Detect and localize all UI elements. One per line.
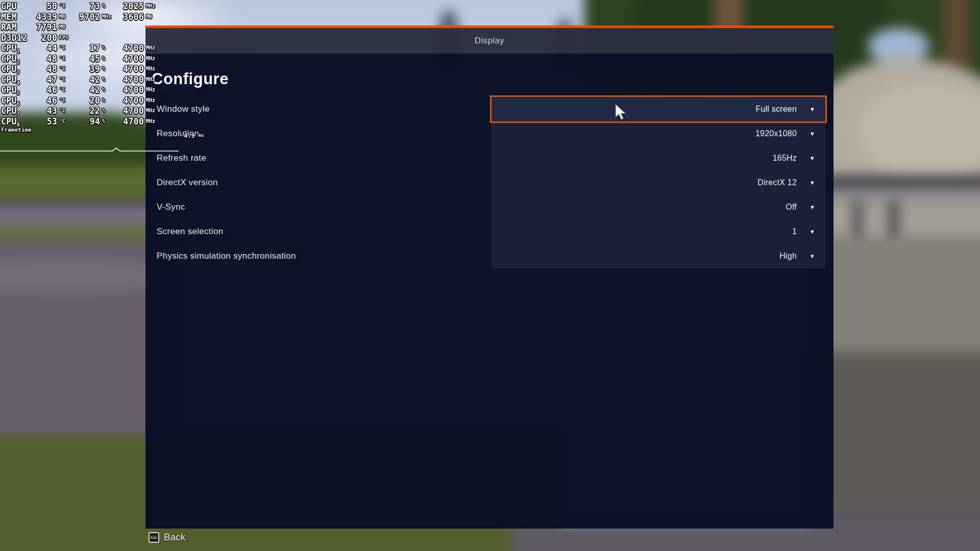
dropdown-refresh-rate[interactable]: 165Hz▼	[492, 146, 825, 170]
chevron-down-icon: ▼	[810, 121, 815, 146]
dropdown-value: High	[779, 244, 797, 268]
perf-unit: MB	[146, 12, 152, 21]
frametime-graph	[0, 144, 184, 157]
perf-unit: MHz	[146, 43, 155, 53]
perf-value: 2025	[0, 2, 144, 11]
frametime-label: Frametime	[1, 127, 32, 133]
perf-row-gpu: GPU50°C73%2025MHz	[0, 2, 163, 12]
dropdown-screen-selection[interactable]: 1▼	[492, 219, 825, 244]
page-title: Display	[145, 28, 834, 54]
dropdown-physics-simulation-synchronisation[interactable]: High▼	[492, 244, 825, 268]
guardrail-post	[853, 201, 862, 240]
perf-row-cpu3: CPU348°C39%4700MHz	[0, 64, 163, 75]
perf-unit: FPS	[59, 33, 68, 42]
panel-body: Configure Window styleResolutionRefresh …	[145, 54, 834, 529]
back-label: Back	[164, 532, 185, 543]
perf-value: 4700	[0, 54, 144, 64]
perf-unit: MHz	[146, 106, 155, 115]
dropdown-directx-version[interactable]: DirectX 12▼	[492, 170, 825, 195]
dropdown-value: 980x551	[755, 121, 797, 146]
perf-unit: MHz	[146, 54, 155, 63]
perf-value: 7791	[0, 22, 57, 32]
perf-value: 4700	[0, 64, 144, 74]
road	[812, 352, 980, 531]
perf-unit: MHz	[146, 1, 155, 11]
dropdown-value: DirectX 12	[757, 170, 797, 195]
dropdown-value: Off	[786, 195, 797, 219]
perf-row-ram: RAM7791MB	[0, 22, 163, 33]
perf-row-cpu8: CPU853°C94%4700MHz	[0, 117, 163, 128]
perf-value: 4700	[0, 43, 144, 53]
chevron-down-icon: ▼	[810, 244, 815, 268]
perf-value: 4700	[0, 96, 144, 106]
perf-value: 4700	[0, 106, 144, 116]
setting-label-screen-selection: Screen selection	[157, 219, 223, 244]
perf-unit: MB	[59, 22, 65, 32]
perf-row-cpu1: CPU144°C17%4700MHz	[0, 43, 163, 54]
dropdown-value: 1	[792, 219, 797, 244]
perf-value: 4700	[0, 117, 144, 127]
perf-value: 3606	[0, 12, 144, 22]
dropdown-v-sync[interactable]: Off▼	[492, 195, 825, 219]
chevron-down-icon: ▼	[810, 219, 815, 244]
dropdown-value: Full screen	[756, 97, 797, 121]
dropdown-resolution[interactable]: 980x551▼	[492, 121, 825, 146]
perf-unit: MHz	[146, 116, 155, 126]
perf-value: 4700	[0, 75, 144, 85]
back-button[interactable]: Esc Back	[149, 532, 185, 543]
perf-row-d3d12: D3D12200FPS	[0, 33, 163, 44]
perf-unit: MHz	[146, 64, 155, 73]
chevron-down-icon: ▼	[810, 146, 815, 170]
chevron-down-icon: ▼	[810, 97, 815, 121]
chevron-down-icon: ▼	[810, 170, 815, 195]
perf-unit: MHz	[146, 74, 155, 84]
perf-row-cpu4: CPU447°C42%4700MHz	[0, 75, 163, 86]
perf-row-cpu2: CPU248°C45%4700MHz	[0, 54, 163, 65]
perf-value: 200	[0, 33, 57, 43]
perf-unit: MHz	[146, 95, 155, 105]
guardrail-post	[889, 201, 898, 241]
gravel	[812, 236, 980, 363]
setting-label-physics-simulation-synchronisation: Physics simulation synchronisation	[157, 244, 296, 268]
guardrail	[0, 205, 163, 229]
chevron-down-icon: ▼	[810, 195, 815, 219]
frametime-value: 4.9 ms	[184, 133, 204, 140]
perf-value: 4700	[0, 85, 144, 95]
perf-row-cpu6: CPU646°C20%4700MHz	[0, 96, 163, 107]
perf-row-cpu7: CPU743°C22%4700MHz	[0, 106, 163, 117]
perf-row-mem: MEM4339MB9702MHz3606MB	[0, 12, 163, 23]
header-bar: Display	[145, 28, 834, 54]
mouse-cursor	[614, 104, 629, 122]
setting-label-directx-version: DirectX version	[157, 170, 218, 195]
screen: Display Configure Window styleResolution…	[0, 0, 980, 551]
settings-panel: Display Configure Window styleResolution…	[145, 26, 834, 529]
perf-unit: MHz	[146, 85, 155, 94]
perf-row-cpu5: CPU546°C42%4700MHz	[0, 85, 163, 96]
esc-key-icon: Esc	[149, 532, 159, 543]
setting-label-v-sync: V-Sync	[157, 195, 185, 219]
road	[0, 258, 163, 293]
performance-overlay: GPU50°C73%2025MHzMEM4339MB9702MHz3606MBR…	[0, 0, 214, 163]
dropdown-value: 165Hz	[773, 146, 797, 170]
dropdown-window-style[interactable]: Full screen▼	[492, 97, 825, 121]
